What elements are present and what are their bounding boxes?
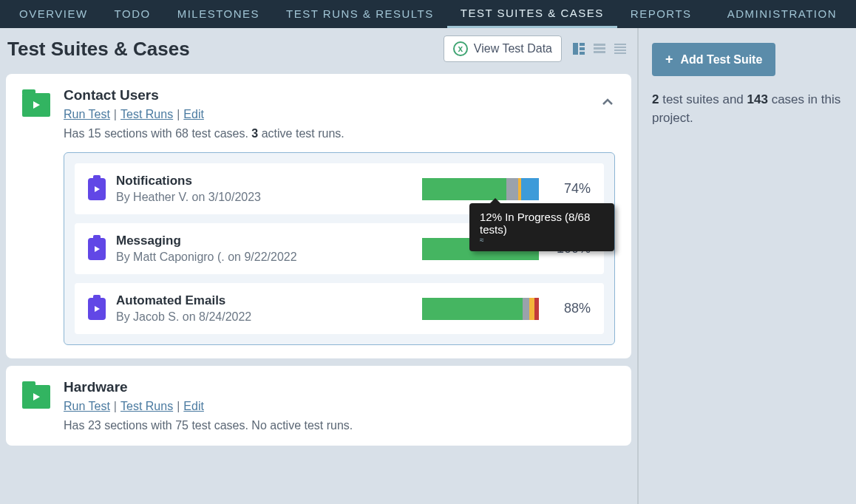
add-test-suite-label: Add Test Suite (681, 53, 763, 67)
sidebar-summary: 2 test suites and 143 cases in this proj… (652, 91, 843, 127)
view-compact-icon[interactable] (611, 39, 630, 58)
nav-testsuites[interactable]: TEST SUITES & CASES (447, 0, 617, 28)
svg-rect-1 (580, 43, 585, 46)
svg-rect-5 (594, 47, 605, 50)
progress-segment (422, 178, 506, 200)
progress-segment (422, 298, 523, 320)
top-nav: OVERVIEW TODO MILESTONES TEST RUNS & RES… (0, 0, 856, 28)
run-title: Automated Emails (116, 293, 412, 308)
tooltip-text: 12% In Progress (8/68 tests) (480, 211, 604, 236)
suite-title: Hardware (64, 379, 615, 395)
folder-icon (22, 93, 50, 117)
main-column: Test Suites & Cases x View Test Data (0, 28, 639, 504)
progress-percent: 88% (549, 301, 591, 316)
folder-icon (22, 385, 50, 409)
variable-x-icon: x (453, 41, 468, 56)
suite-card: Contact Users Run Test|Test Runs|Edit Ha… (6, 74, 631, 358)
run-container: Notifications By Heather V. on 3/10/2023… (64, 152, 615, 345)
add-test-suite-button[interactable]: + Add Test Suite (652, 43, 775, 76)
run-test-link[interactable]: Run Test (64, 108, 110, 120)
view-grid-icon[interactable] (569, 39, 588, 58)
progress-percent: 74% (549, 181, 591, 197)
svg-rect-4 (594, 44, 605, 46)
suite-title: Contact Users (64, 87, 615, 103)
svg-rect-8 (614, 47, 626, 48)
edit-link[interactable]: Edit (183, 108, 204, 120)
progress-bar (422, 178, 539, 200)
run-byline: By Matt Caponigro (. on 9/22/2022 (116, 251, 412, 264)
sidebar: + Add Test Suite 2 test suites and 143 c… (639, 28, 856, 504)
run-test-link[interactable]: Run Test (64, 400, 110, 412)
chevron-up-icon[interactable] (600, 95, 615, 112)
svg-rect-10 (614, 52, 626, 54)
clipboard-play-icon (88, 298, 106, 320)
progress-segment (523, 298, 529, 320)
progress-bar (422, 298, 539, 320)
clipboard-play-icon (88, 178, 106, 200)
progress-segment (506, 178, 518, 200)
run-title: Messaging (116, 234, 412, 248)
nav-milestones[interactable]: MILESTONES (164, 0, 273, 28)
svg-marker-14 (95, 306, 100, 312)
svg-marker-11 (33, 101, 40, 109)
svg-rect-6 (594, 51, 605, 53)
nav-admin[interactable]: ADMINISTRATION (714, 0, 850, 28)
progress-segment (534, 298, 539, 320)
svg-rect-9 (614, 50, 626, 51)
svg-rect-3 (580, 52, 585, 55)
clipboard-play-icon (88, 238, 106, 260)
view-test-data-button[interactable]: x View Test Data (444, 35, 562, 62)
run-byline: By Jacob S. on 8/24/2022 (116, 310, 412, 324)
svg-rect-2 (580, 47, 585, 50)
suite-card: Hardware Run Test|Test Runs|Edit Has 23 … (6, 366, 631, 446)
svg-marker-12 (95, 186, 100, 192)
suite-links: Run Test|Test Runs|Edit (64, 108, 615, 121)
progress-tooltip: 12% In Progress (8/68 tests) ≈ (469, 203, 614, 251)
progress-segment (521, 178, 539, 200)
plus-icon: + (665, 52, 673, 67)
run-byline: By Heather V. on 3/10/2023 (116, 191, 412, 204)
page-title: Test Suites & Cases (7, 38, 190, 61)
view-test-data-label: View Test Data (474, 42, 552, 55)
view-list-icon[interactable] (590, 39, 609, 58)
nav-overview[interactable]: OVERVIEW (6, 0, 101, 28)
edit-link[interactable]: Edit (183, 400, 204, 412)
svg-marker-15 (33, 393, 40, 401)
test-runs-link[interactable]: Test Runs (120, 108, 173, 120)
nav-todo[interactable]: TODO (101, 0, 164, 28)
wave-icon: ≈ (480, 236, 604, 244)
nav-testruns[interactable]: TEST RUNS & RESULTS (273, 0, 447, 28)
run-card[interactable]: Automated Emails By Jacob S. on 8/24/202… (75, 283, 604, 334)
svg-rect-0 (573, 43, 578, 55)
svg-marker-13 (95, 246, 100, 252)
suite-description: Has 23 sections with 75 test cases. No a… (64, 419, 615, 432)
nav-reports[interactable]: REPORTS (617, 0, 705, 28)
run-title: Notifications (116, 174, 412, 188)
suite-description: Has 15 sections with 68 test cases. 3 ac… (64, 127, 615, 140)
suite-links: Run Test|Test Runs|Edit (64, 400, 615, 413)
test-runs-link[interactable]: Test Runs (120, 400, 173, 412)
svg-rect-7 (614, 44, 626, 45)
